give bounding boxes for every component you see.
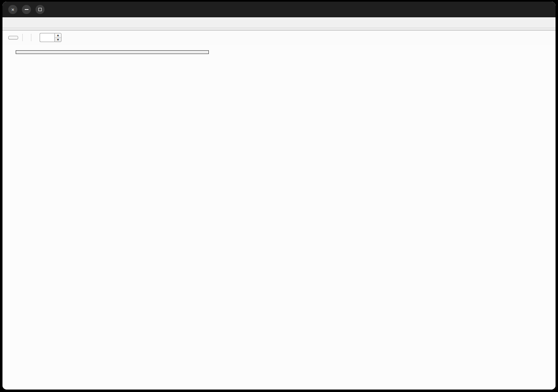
window-title <box>2 2 556 17</box>
toolbar: ▲ ▼ <box>2 31 556 45</box>
chart-legend <box>16 50 209 54</box>
toolbar-separator <box>31 34 31 41</box>
stacked-diagrams-stepper[interactable]: ▲ ▼ <box>40 33 61 42</box>
chart-area <box>2 45 556 390</box>
titlebar: × <box>2 2 556 17</box>
spin-down-icon[interactable]: ▼ <box>55 38 61 42</box>
stacked-diagrams-value[interactable] <box>40 33 54 42</box>
heaptrack-window: × ▲ ▼ <box>2 2 556 390</box>
screen: × ▲ ▼ <box>0 0 558 392</box>
menubar <box>2 17 556 28</box>
consumption-chart[interactable] <box>15 49 139 111</box>
export-as-button[interactable] <box>8 36 18 40</box>
spinner-buttons[interactable]: ▲ ▼ <box>54 33 61 42</box>
spin-up-icon[interactable]: ▲ <box>55 33 61 38</box>
toolbar-separator <box>22 34 23 41</box>
